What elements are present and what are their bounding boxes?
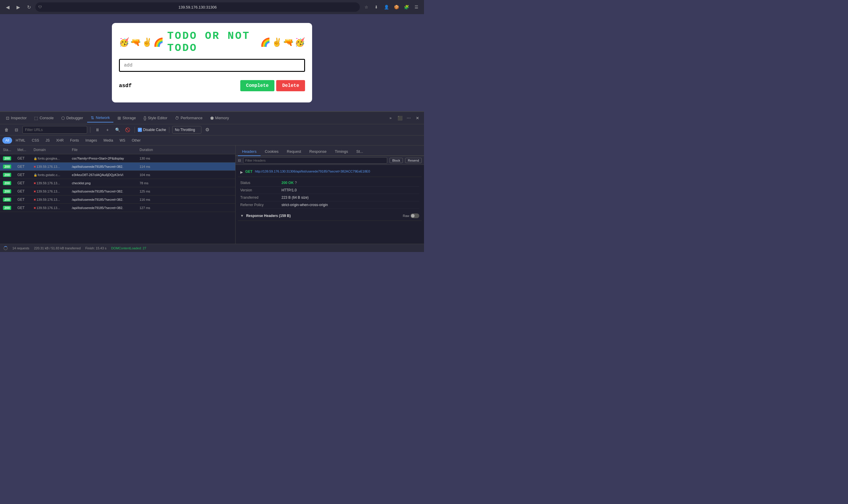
tab-inspector[interactable]: ⊡ Inspector: [2, 114, 30, 122]
details-panel: Headers Cookies Request Response Timings…: [236, 145, 424, 244]
status-label: Status: [240, 181, 282, 185]
todo-input[interactable]: [119, 59, 305, 72]
tab-style-editor-label: Style Editor: [148, 116, 167, 120]
download-button[interactable]: ⬇: [372, 3, 380, 11]
filter-tab-js[interactable]: JS: [43, 137, 53, 144]
tab-console[interactable]: ⬚ Console: [31, 114, 57, 122]
pause-button[interactable]: ⏸: [93, 126, 102, 134]
domain-2: 🔒fonts.gstatic.c...: [34, 173, 72, 177]
tab-style-editor[interactable]: {} Style Editor: [140, 114, 171, 122]
tab-performance[interactable]: ⏱ Performance: [172, 114, 206, 122]
extensions-button[interactable]: 🧩: [402, 3, 411, 11]
emoji-2: 🔫: [130, 37, 141, 47]
profile-button[interactable]: 👤: [382, 3, 391, 11]
referrer-value: strict-origin-when-cross-origin: [282, 203, 328, 207]
app-area: 🥳 🔫 ✌ 🌈 TODO OR NOT TODO 🌈 ✌ 🔫 🥳 asdf Co…: [0, 14, 424, 111]
throttle-select[interactable]: No Throttling: [172, 126, 201, 134]
info-row-version: Version HTTP/1.0: [240, 187, 419, 194]
tab-console-label: Console: [39, 116, 54, 120]
details-tab-cookies[interactable]: Cookies: [260, 147, 283, 156]
response-headers-section: ▼ Response Headers (159 B) Raw: [238, 211, 422, 221]
raw-toggle-switch[interactable]: [411, 213, 419, 218]
method-6: GET: [17, 206, 34, 210]
filter-tab-ws[interactable]: WS: [116, 137, 128, 144]
tab-debugger-label: Debugger: [66, 116, 83, 120]
filter-tab-all[interactable]: All: [2, 137, 12, 144]
details-tab-timings[interactable]: Timings: [331, 147, 352, 156]
requests-count: 14 requests: [12, 247, 29, 250]
storage-icon: ⊞: [118, 116, 121, 121]
response-headers-arrow: ▼: [240, 214, 244, 218]
bookmark-button[interactable]: ☆: [362, 3, 371, 11]
details-tab-st[interactable]: St...: [352, 147, 367, 156]
address-bar[interactable]: [35, 2, 360, 12]
domain-0: 🔒fonts.googlea...: [34, 157, 72, 160]
delete-button[interactable]: Delete: [276, 80, 305, 91]
filter-tab-html[interactable]: HTML: [13, 137, 28, 144]
close-devtools-button[interactable]: ✕: [413, 114, 422, 122]
network-icon: ⇅: [91, 115, 94, 120]
request-row-4[interactable]: 200 GET ✖139.59.176.13... /api/list/user…: [0, 187, 235, 196]
refresh-button[interactable]: ↻: [25, 3, 33, 11]
back-button[interactable]: ◀: [3, 3, 12, 11]
resend-button[interactable]: Resend: [405, 158, 422, 163]
col-domain-header: Domain: [34, 148, 72, 152]
forward-button[interactable]: ▶: [14, 3, 22, 11]
duration-6: 127 ms: [140, 206, 169, 210]
add-button[interactable]: +: [103, 126, 112, 134]
expand-arrow[interactable]: ▶: [240, 170, 243, 174]
performance-icon: ⏱: [175, 116, 179, 121]
complete-button[interactable]: Complete: [240, 80, 275, 91]
duration-2: 104 ms: [140, 173, 169, 177]
response-headers-header[interactable]: ▼ Response Headers (159 B) Raw: [240, 213, 419, 218]
filter-urls-input[interactable]: [22, 126, 87, 134]
tab-more[interactable]: »: [386, 114, 395, 122]
console-icon: ⬚: [34, 116, 38, 121]
dock-button[interactable]: ⬛: [396, 114, 404, 122]
request-method: GET: [245, 169, 253, 174]
request-row-3[interactable]: 200 GET ✖139.59.176.13... checklist.png …: [0, 179, 235, 187]
settings-button[interactable]: ⚙: [203, 126, 212, 134]
info-table: Status 200 OK ? Version HTTP/1.0 Transfe…: [238, 177, 422, 211]
tab-network[interactable]: ⇅ Network: [87, 114, 113, 123]
request-row-5[interactable]: 200 GET ✖139.59.176.13... /api/list/user…: [0, 196, 235, 204]
disable-cache-label[interactable]: ✓ Disable Cache: [138, 128, 166, 132]
info-row-referrer: Referrer Policy strict-origin-when-cross…: [240, 201, 419, 209]
details-tab-response[interactable]: Response: [305, 147, 331, 156]
tab-memory[interactable]: ⬟ Memory: [207, 114, 233, 122]
filter-tab-fonts[interactable]: Fonts: [67, 137, 82, 144]
filter-tab-css[interactable]: CSS: [29, 137, 42, 144]
filter-headers-input[interactable]: [243, 157, 387, 164]
tab-debugger[interactable]: ⬡ Debugger: [58, 114, 87, 122]
request-row-6[interactable]: 200 GET ✖139.59.176.13... /api/list/user…: [0, 204, 235, 212]
request-row-2[interactable]: 200 GET 🔒fonts.gstatic.c... e3t4euO8T-26…: [0, 171, 235, 179]
cookie-button[interactable]: 🍪: [392, 3, 400, 11]
clear-button[interactable]: 🗑: [2, 126, 11, 134]
status-bar: 14 requests 220.31 kB / 51.83 kB transfe…: [0, 244, 424, 252]
filter-tab-other[interactable]: Other: [129, 137, 143, 144]
search-button[interactable]: 🔍: [113, 126, 122, 134]
more-options-button[interactable]: ⋯: [404, 114, 413, 122]
filter-tab-images[interactable]: Images: [83, 137, 100, 144]
requests-list: Sta... Met... Domain File Duration 200 G…: [0, 145, 236, 244]
filter-tab-xhr[interactable]: XHR: [53, 137, 67, 144]
filter-tab-media[interactable]: Media: [101, 137, 116, 144]
filter-icon-btn[interactable]: ⊟: [12, 126, 21, 134]
details-tab-request[interactable]: Request: [283, 147, 305, 156]
request-row-0[interactable]: 200 GET 🔒fonts.googlea... css?family=Pre…: [0, 154, 235, 162]
status-help-icon[interactable]: ?: [295, 181, 297, 185]
disable-cache-checkbox[interactable]: ✓: [138, 128, 142, 132]
domain-4: ✖139.59.176.13...: [34, 190, 72, 193]
menu-button[interactable]: ☰: [412, 3, 420, 11]
block-button[interactable]: Block: [390, 158, 403, 163]
raw-label: Raw: [403, 214, 409, 218]
tab-memory-label: Memory: [215, 116, 229, 120]
request-row-1[interactable]: 200 GET ✖139.59.176.13... /api/list/user…: [0, 162, 235, 171]
raw-toggle-knob: [411, 214, 415, 218]
tab-storage[interactable]: ⊞ Storage: [114, 114, 140, 122]
method-4: GET: [17, 189, 34, 194]
method-1: GET: [17, 165, 34, 169]
block-requests-button[interactable]: 🚫: [123, 126, 132, 134]
details-tab-headers[interactable]: Headers: [238, 147, 260, 156]
separator-3: [169, 127, 169, 133]
